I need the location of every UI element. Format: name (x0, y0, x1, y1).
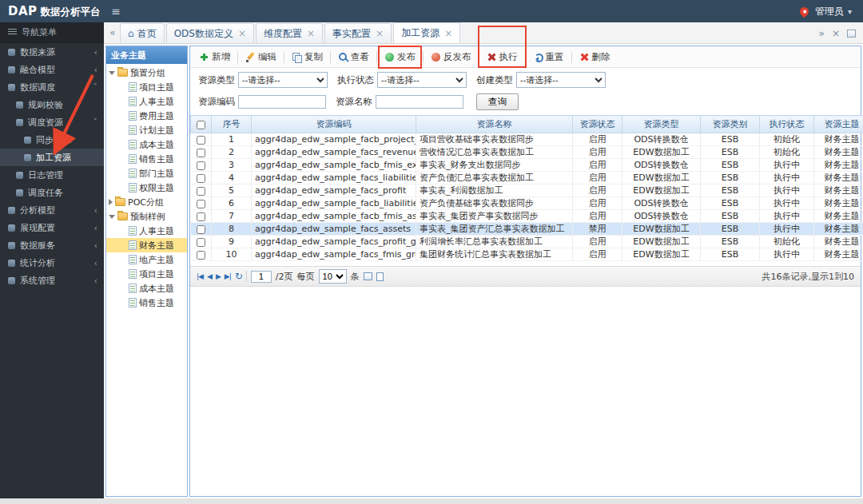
table-row[interactable]: 10aggr4dap_edw_sample_facs_fmis_group集团财… (191, 248, 863, 261)
tab-fact-config[interactable]: 事实配置× (324, 23, 392, 43)
pager-refresh-icon[interactable]: ↻ (235, 271, 242, 282)
expand-arrow-icon[interactable] (109, 199, 113, 205)
tree-node[interactable]: 财务主题 (106, 238, 187, 252)
tab-process-resource[interactable]: 加工资源× (393, 22, 460, 43)
add-button[interactable]: 新增 (195, 50, 234, 65)
table-row[interactable]: 3aggr4dap_edw_sample_facb_fmis_expenditu… (191, 159, 863, 172)
tree-node[interactable]: 人事主题 (106, 94, 187, 109)
row-checkbox[interactable] (197, 225, 205, 234)
reset-button[interactable]: 重置 (529, 50, 568, 65)
tab-ods-definition[interactable]: ODS数据定义× (166, 23, 254, 43)
per-page-select[interactable]: 10 (319, 269, 347, 284)
tree-node[interactable]: 项目主题 (106, 267, 187, 281)
table-row[interactable]: 6aggr4dap_edw_sample_facb_liabilities资产负… (191, 197, 863, 210)
row-checkbox[interactable] (197, 174, 205, 183)
sidebar-item-display-config[interactable]: 展现配置‹ (0, 219, 104, 236)
tab-dimension-config[interactable]: 维度配置× (256, 23, 323, 43)
tree-node[interactable]: 计划主题 (106, 123, 187, 137)
close-icon[interactable]: × (376, 28, 384, 39)
column-header[interactable]: 资源状态 (573, 116, 622, 133)
copy-button[interactable]: 复制 (288, 50, 327, 65)
resource-code-input[interactable] (238, 95, 326, 109)
sidebar-item-fusion-model[interactable]: 融合模型‹ (0, 61, 104, 78)
layout-grid-icon[interactable] (847, 30, 856, 38)
page-number-input[interactable] (251, 271, 272, 283)
execute-button[interactable]: 执行 (483, 50, 522, 65)
row-checkbox[interactable] (197, 149, 205, 157)
tabs-scroll-left-icon[interactable]: « (105, 22, 120, 43)
unpublish-button[interactable]: 反发布 (427, 50, 475, 65)
sidebar-item-stat-analysis[interactable]: 统计分析‹ (0, 254, 104, 272)
column-header[interactable]: 执行状态 (760, 116, 814, 133)
sidebar-item-schedule-task[interactable]: 调度任务 (0, 184, 104, 201)
pager-first-icon[interactable]: |◀ (197, 272, 203, 280)
row-checkbox[interactable] (197, 212, 205, 221)
row-checkbox[interactable] (197, 200, 205, 208)
pager-doc-icon[interactable] (376, 272, 384, 281)
tree-node[interactable]: POC分组 (106, 195, 187, 209)
tree-node[interactable]: 权限主题 (106, 181, 187, 195)
tree-node[interactable]: 成本主题 (106, 281, 187, 296)
query-button[interactable]: 查询 (476, 93, 519, 110)
collapse-arrow-icon[interactable] (109, 215, 115, 219)
column-header[interactable]: 序号 (212, 116, 252, 133)
row-checkbox[interactable] (197, 136, 205, 145)
resource-name-input[interactable] (376, 95, 463, 109)
resource-type-select[interactable]: --请选择-- (238, 72, 328, 88)
sidebar-item-data-service[interactable]: 数据服务‹ (0, 236, 104, 254)
edit-button[interactable]: 编辑 (241, 50, 280, 65)
create-type-select[interactable]: --请选择-- (516, 72, 606, 88)
tree-node[interactable]: 预制样例 (106, 209, 187, 224)
table-row[interactable]: 2aggr4dap_edw_sample_facs_revenue_datas营… (191, 146, 863, 159)
sidebar-item-process-resource[interactable]: 加工资源 (0, 149, 104, 166)
table-row[interactable]: 5aggr4dap_edw_sample_facs_profit事实表_利润数据… (191, 185, 863, 197)
pager-last-icon[interactable]: ▶| (225, 272, 231, 280)
publish-button[interactable]: 发布 (380, 50, 420, 65)
tree-node[interactable]: 销售主题 (106, 152, 187, 166)
table-row[interactable]: 7aggr4dap_edw_sample_facb_fmis_assets事实表… (191, 210, 863, 223)
row-checkbox[interactable] (197, 161, 205, 170)
tree-node[interactable]: 项目主题 (106, 80, 187, 94)
sidebar-item-analysis-model[interactable]: 分析模型‹ (0, 201, 104, 219)
column-header[interactable]: 资源名称 (416, 116, 573, 133)
column-header[interactable]: 资源编码 (252, 116, 416, 133)
table-row[interactable]: 1aggr4dap_edw_sample_facb_project_income… (191, 133, 863, 146)
row-checkbox[interactable] (197, 187, 205, 196)
tree-node[interactable]: 部门主题 (106, 166, 187, 181)
hamburger-icon[interactable]: ≡ (104, 5, 128, 18)
pager-next-icon[interactable]: ▶ (216, 272, 221, 280)
sidebar-item-data-source[interactable]: 数据来源‹ (0, 43, 104, 61)
sidebar-item-schedule-resource[interactable]: 调度资源ˇ (0, 113, 104, 131)
select-all-checkbox[interactable] (197, 121, 205, 129)
table-row[interactable]: 4aggr4dap_edw_sample_facs_liabilities资产负… (191, 172, 863, 185)
user-menu[interactable]: 管理员 ▾ (815, 5, 852, 18)
delete-button[interactable]: 删除 (575, 50, 614, 65)
tree-node[interactable]: 成本主题 (106, 137, 187, 152)
pager-prev-icon[interactable]: ◀ (207, 272, 212, 280)
tree-node[interactable]: 预置分组 (106, 65, 187, 80)
row-checkbox[interactable] (197, 251, 205, 260)
tree-node[interactable]: 销售主题 (106, 296, 187, 310)
sidebar-item-data-schedule[interactable]: 数据调度ˇ (0, 78, 104, 96)
column-header[interactable]: 资源类型 (622, 116, 701, 133)
close-icon[interactable]: × (238, 28, 246, 39)
location-pin-icon[interactable] (798, 5, 811, 18)
close-tab-icon[interactable]: × (832, 28, 840, 39)
view-button[interactable]: 查看 (334, 50, 373, 65)
table-row[interactable]: 8aggr4dap_edw_sample_facs_assets事实表_集团资产… (191, 223, 863, 236)
pager-grid-icon[interactable] (364, 272, 372, 280)
tree-node[interactable]: 地产主题 (106, 252, 187, 267)
sidebar-item-sync-resource[interactable]: 同步资源 (0, 131, 104, 149)
collapse-arrow-icon[interactable] (109, 71, 115, 75)
column-header[interactable]: 资源类别 (701, 116, 760, 133)
row-checkbox[interactable] (197, 238, 205, 247)
column-header[interactable]: 资源主题 (814, 116, 863, 133)
tree-node[interactable]: 人事主题 (106, 224, 187, 238)
sidebar-item-log-manage[interactable]: 日志管理 (0, 166, 104, 184)
close-icon[interactable]: × (444, 28, 452, 39)
close-icon[interactable]: × (307, 28, 315, 39)
exec-status-select[interactable]: --请选择-- (377, 72, 467, 88)
table-row[interactable]: 9aggr4dap_edw_sample_facs_profit_growth利… (191, 236, 863, 248)
sidebar-item-system-manage[interactable]: 系统管理‹ (0, 272, 104, 289)
sidebar-item-rule-check[interactable]: 规则校验 (0, 96, 104, 113)
